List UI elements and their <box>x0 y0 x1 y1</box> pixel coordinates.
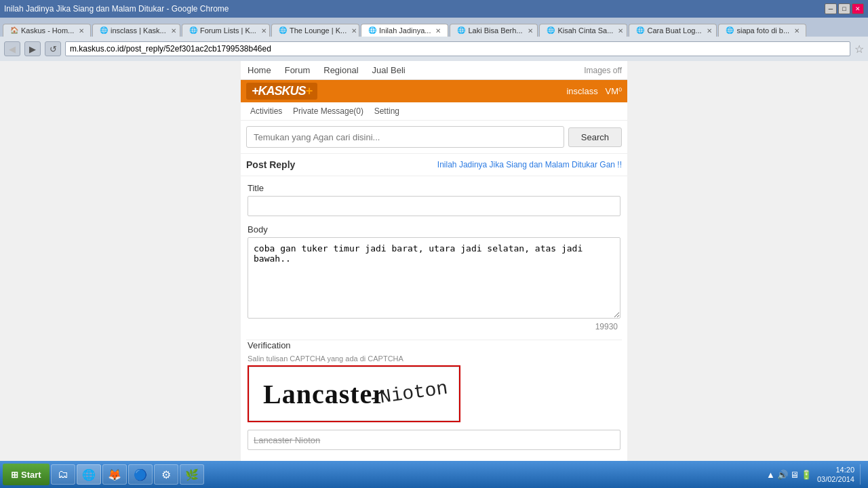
start-button[interactable]: ⊞ Start <box>3 464 50 485</box>
tab-bar: 🏠 Kaskus - Hom... ✕ 🌐 insclass | Kask...… <box>0 18 868 37</box>
tab-label: insclass | Kask... <box>111 26 166 35</box>
tab-favicon: 🌐 <box>636 26 644 35</box>
tab-close[interactable]: ✕ <box>351 27 357 35</box>
tray-icons: ▲ 🔊 🖥 🔋 <box>766 470 812 480</box>
post-reply-header: Post Reply Inilah Jadinya Jika Siang dan… <box>241 154 627 176</box>
tab-favicon: 🌐 <box>189 26 197 35</box>
close-button[interactable]: ✕ <box>852 3 864 14</box>
taskbar: ⊞ Start 🗂 🌐 🦊 🔵 ⚙ 🌿 ▲ 🔊 🖥 🔋 14:20 03/02/… <box>0 461 868 488</box>
tab-cara-buat[interactable]: 🌐 Cara Buat Log... ✕ <box>629 24 717 37</box>
tab-close[interactable]: ✕ <box>528 27 533 35</box>
minimize-button[interactable]: ─ <box>825 3 837 14</box>
start-label: Start <box>21 470 41 480</box>
page-wrapper: Home Forum Regional Jual Beli Images off… <box>0 61 868 461</box>
window-title: Inilah Jadinya Jika Siang dan Malam Ditu… <box>4 4 229 14</box>
tray-icon-sound: 🔊 <box>777 470 788 480</box>
address-input[interactable] <box>65 41 850 56</box>
taskbar-item-chrome[interactable]: 🌐 <box>77 464 101 485</box>
taskbar-item-app[interactable]: 🌿 <box>180 464 204 485</box>
thread-title-link[interactable]: Inilah Jadinya Jika Siang dan Malam Ditu… <box>437 160 622 169</box>
tab-insclass[interactable]: 🌐 insclass | Kask... ✕ <box>92 24 180 37</box>
tab-label: Kaskus - Hom... <box>21 26 74 35</box>
taskbar-item-explorer[interactable]: 🗂 <box>51 464 75 485</box>
search-bar: Search <box>241 121 627 154</box>
top-nav: Home Forum Regional Jual Beli Images off <box>241 61 627 80</box>
tray-icon-1: ▲ <box>766 470 775 480</box>
vm-badge: VM⁰ <box>606 86 623 96</box>
tray-icon-network: 🖥 <box>790 470 799 480</box>
tab-label: Laki Bisa Berh... <box>468 26 522 35</box>
activities-link[interactable]: Activities <box>246 105 286 117</box>
maximize-button[interactable]: □ <box>838 3 850 14</box>
address-bar: ◀ ▶ ↺ ☆ <box>0 37 868 61</box>
taskbar-item-firefox[interactable]: 🦊 <box>102 464 127 485</box>
nav-jualbeli[interactable]: Jual Beli <box>366 61 412 79</box>
post-reply-label: Post Reply <box>246 159 295 170</box>
tab-label: The Lounge | K... <box>290 26 347 35</box>
taskbar-item-ie[interactable]: 🔵 <box>128 464 153 485</box>
tab-close[interactable]: ✕ <box>794 27 800 35</box>
tab-label: Inilah Jadinya... <box>379 26 431 35</box>
clock-time: 14:20 <box>817 465 854 474</box>
nav-regional[interactable]: Regional <box>317 61 365 79</box>
tab-label: Forum Lists | K... <box>200 26 256 35</box>
taskbar-item-tool[interactable]: ⚙ <box>154 464 178 485</box>
app-icon: 🌿 <box>186 468 198 481</box>
forward-button[interactable]: ▶ <box>24 41 41 56</box>
bookmark-icon[interactable]: ☆ <box>854 43 864 56</box>
search-input[interactable] <box>246 126 564 148</box>
taskbar-clock: 14:20 03/02/2014 <box>817 465 854 485</box>
char-count: 19930 <box>248 321 620 333</box>
private-message-link[interactable]: Private Message(0) <box>289 105 368 117</box>
tab-favicon: 🌐 <box>368 26 376 35</box>
setting-link[interactable]: Setting <box>370 105 403 117</box>
captcha-input[interactable] <box>248 430 620 450</box>
username[interactable]: insclass <box>566 86 597 96</box>
tab-label: Cara Buat Log... <box>647 26 701 35</box>
tab-kaskus-home[interactable]: 🏠 Kaskus - Hom... ✕ <box>3 24 91 37</box>
sub-nav: Activities Private Message(0) Setting <box>241 102 627 121</box>
firefox-icon: 🦊 <box>108 468 121 481</box>
captcha-image-wrapper: Lancaster -Nioton <box>248 365 460 422</box>
body-label: Body <box>248 224 620 235</box>
title-label: Title <box>248 183 620 193</box>
tab-close[interactable]: ✕ <box>707 27 712 35</box>
images-off[interactable]: Images off <box>584 66 622 75</box>
search-button[interactable]: Search <box>568 127 622 147</box>
tab-close[interactable]: ✕ <box>171 27 176 35</box>
tab-favicon: 🌐 <box>726 26 734 35</box>
tab-close[interactable]: ✕ <box>435 27 441 35</box>
captcha-text-main: Lancaster <box>263 378 385 410</box>
windows-icon: ⊞ <box>11 470 18 480</box>
title-input[interactable] <box>248 196 620 216</box>
verification-label: Verification <box>248 340 620 350</box>
header-user: insclass VM⁰ <box>566 86 622 96</box>
tab-the-lounge[interactable]: 🌐 The Lounge | K... ✕ <box>271 24 359 37</box>
page-content: Home Forum Regional Jual Beli Images off… <box>241 61 627 461</box>
tab-kisah-cinta[interactable]: 🌐 Kisah Cinta Sa... ✕ <box>539 24 627 37</box>
tab-forum-lists[interactable]: 🌐 Forum Lists | K... ✕ <box>182 24 270 37</box>
captcha-hint: Salin tulisan CAPTCHA yang ada di CAPTCH… <box>248 354 620 363</box>
tab-favicon: 🌐 <box>547 26 555 35</box>
tab-favicon: 🌐 <box>100 26 108 35</box>
nav-forum[interactable]: Forum <box>278 61 317 79</box>
nav-home[interactable]: Home <box>241 61 278 79</box>
body-textarea[interactable] <box>248 237 620 319</box>
ie-icon: 🔵 <box>134 468 146 481</box>
tab-inilah-jadinya[interactable]: 🌐 Inilah Jadinya... ✕ <box>361 24 448 37</box>
kaskus-header: +KASKUS+ insclass VM⁰ <box>241 80 627 102</box>
tab-close[interactable]: ✕ <box>79 27 84 35</box>
verification-section: Verification Salin tulisan CAPTCHA yang … <box>241 340 627 461</box>
tab-laki-bisa[interactable]: 🌐 Laki Bisa Berh... ✕ <box>450 24 538 37</box>
form-section: Title Body 19930 <box>241 176 627 340</box>
back-button[interactable]: ◀ <box>4 41 20 56</box>
captcha-image: Lancaster -Nioton <box>249 367 459 421</box>
refresh-button[interactable]: ↺ <box>45 41 61 56</box>
tab-close[interactable]: ✕ <box>618 27 623 35</box>
explorer-icon: 🗂 <box>57 468 69 481</box>
show-desktop-button[interactable] <box>860 464 865 485</box>
clock-date: 03/02/2014 <box>817 474 854 484</box>
tab-siapa-foto[interactable]: 🌐 siapa foto di b... ✕ <box>718 24 806 37</box>
tab-close[interactable]: ✕ <box>261 27 267 35</box>
tab-label: Kisah Cinta Sa... <box>557 26 613 35</box>
